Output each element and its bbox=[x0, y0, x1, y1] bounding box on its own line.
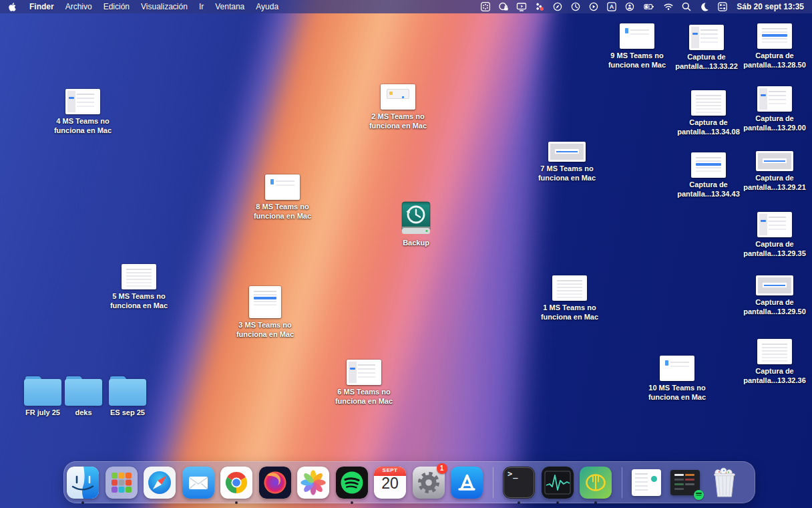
file-label: Captura de pantalla...13.29.35 bbox=[737, 240, 812, 258]
wifi-icon[interactable] bbox=[663, 1, 674, 12]
file-thumbnail bbox=[265, 174, 300, 200]
desktop-icon-captura-13-29-00[interactable]: Captura de pantalla...13.29.00 bbox=[738, 86, 811, 132]
file-label: 7 MS Teams no funciona en Mac bbox=[530, 164, 604, 182]
control-center-icon[interactable] bbox=[717, 1, 728, 12]
file-thumbnail bbox=[660, 356, 694, 381]
menu-archivo[interactable]: Archivo bbox=[65, 2, 92, 11]
menu-ir[interactable]: Ir bbox=[199, 2, 204, 11]
focus-moon-icon[interactable] bbox=[699, 1, 710, 12]
input-source-icon[interactable]: A bbox=[606, 1, 617, 12]
dock-network-tool-icon[interactable] bbox=[580, 467, 612, 499]
spotify-app-badge bbox=[694, 490, 704, 500]
dock-firefox-icon[interactable] bbox=[259, 467, 291, 499]
dock-chrome-icon[interactable] bbox=[220, 467, 252, 499]
play-icon[interactable] bbox=[588, 1, 599, 12]
dock-terminal-icon[interactable]: >_ bbox=[503, 467, 535, 499]
file-label: Captura de pantalla...13.29.00 bbox=[737, 114, 812, 132]
running-indicator bbox=[594, 501, 597, 504]
desktop-folder-es-sep-25[interactable]: ES sep 25 bbox=[97, 376, 158, 418]
desktop-icon-3-ms-teams[interactable]: 3 MS Teams no funciona en Mac bbox=[228, 286, 302, 339]
file-label: Captura de pantalla...13.33.22 bbox=[669, 53, 744, 71]
desktop-icon-captura-13-33-22[interactable]: Captura de pantalla...13.33.22 bbox=[670, 25, 743, 71]
file-label: Captura de pantalla...13.29.50 bbox=[737, 298, 812, 316]
notification-badge: 1 bbox=[437, 463, 447, 474]
file-thumbnail bbox=[756, 151, 793, 171]
file-label: 4 MS Teams no funciona en Mac bbox=[45, 117, 120, 135]
dock-app-store-icon[interactable] bbox=[451, 467, 483, 499]
desktop-icon-captura-13-29-35[interactable]: Captura de pantalla...13.29.35 bbox=[738, 212, 811, 258]
file-label: Captura de pantalla...13.32.36 bbox=[737, 367, 812, 385]
menu-visualizacion[interactable]: Visualización bbox=[141, 2, 188, 11]
compass-icon[interactable] bbox=[552, 1, 563, 12]
app-grid-icon[interactable] bbox=[480, 1, 491, 12]
desktop-icon-captura-13-28-50[interactable]: Captura de pantalla...13.28.50 bbox=[738, 23, 811, 70]
desktop-icon-backup-drive[interactable]: Backup bbox=[379, 201, 453, 248]
running-indicator bbox=[351, 501, 353, 504]
dock-launchpad-icon[interactable] bbox=[106, 467, 138, 499]
minimized-window-thumbnail bbox=[632, 469, 661, 496]
status-area: A bbox=[480, 1, 804, 12]
desktop-icon-8-ms-teams[interactable]: 8 MS Teams no funciona en Mac bbox=[246, 174, 319, 221]
dock-trash-icon[interactable] bbox=[708, 467, 741, 499]
desktop-icon-5-ms-teams[interactable]: 5 MS Teams no funciona en Mac bbox=[102, 264, 176, 310]
svg-text:A: A bbox=[610, 3, 614, 10]
file-thumbnail bbox=[381, 84, 415, 110]
dock: SEPT 20 1 > bbox=[63, 461, 755, 503]
desktop-icon-10-ms-teams[interactable]: 10 MS Teams no funciona en Mac bbox=[640, 356, 714, 402]
file-label: 8 MS Teams no funciona en Mac bbox=[245, 203, 320, 221]
dock-mail-icon[interactable] bbox=[182, 467, 214, 499]
dock-system-settings-icon[interactable]: 1 bbox=[413, 467, 445, 499]
calendar-day: 20 bbox=[374, 475, 406, 493]
dock-safari-icon[interactable] bbox=[144, 467, 176, 499]
dock-finder-icon[interactable] bbox=[67, 467, 99, 499]
display-mirroring-icon[interactable] bbox=[516, 1, 527, 12]
file-thumbnail bbox=[620, 23, 654, 49]
file-label: 3 MS Teams no funciona en Mac bbox=[228, 321, 302, 339]
dock-spotify-icon[interactable] bbox=[336, 467, 368, 499]
file-thumbnail bbox=[552, 275, 587, 301]
dock-photos-icon[interactable] bbox=[297, 467, 329, 499]
desktop-icon-1-ms-teams[interactable]: 1 MS Teams no funciona en Mac bbox=[533, 275, 606, 322]
desktop-icon-4-ms-teams[interactable]: 4 MS Teams no funciona en Mac bbox=[46, 89, 120, 135]
updates-alert-icon[interactable] bbox=[534, 1, 545, 12]
file-thumbnail bbox=[249, 286, 281, 318]
time-machine-drive-icon bbox=[397, 201, 435, 236]
battery-charging-icon[interactable] bbox=[642, 1, 656, 12]
menu-ventana[interactable]: Ventana bbox=[215, 2, 244, 11]
file-thumbnail bbox=[757, 23, 792, 49]
screen-time-user-icon[interactable] bbox=[624, 1, 635, 12]
desktop-icon-captura-13-32-36[interactable]: Captura de pantalla...13.32.36 bbox=[738, 339, 811, 385]
desktop-icon-captura-13-29-21[interactable]: Captura de pantalla...13.29.21 bbox=[738, 151, 811, 192]
menu-finder[interactable]: Finder bbox=[29, 2, 54, 11]
apple-menu[interactable] bbox=[8, 2, 17, 12]
dock-minimized-window-settings[interactable] bbox=[632, 467, 664, 499]
desktop-icon-captura-13-34-08[interactable]: Captura de pantalla...13.34.08 bbox=[672, 90, 745, 136]
desktop-icon-captura-13-29-50[interactable]: Captura de pantalla...13.29.50 bbox=[738, 275, 811, 316]
calendar-month: SEPT bbox=[374, 467, 406, 473]
dock-calendar-icon[interactable]: SEPT 20 bbox=[374, 467, 406, 499]
desktop-icon-captura-13-34-43[interactable]: Captura de pantalla...13.34.43 bbox=[672, 152, 745, 199]
file-label: 6 MS Teams no funciona en Mac bbox=[327, 388, 401, 406]
menu-edicion[interactable]: Edición bbox=[104, 2, 130, 11]
menu-ayuda[interactable]: Ayuda bbox=[256, 2, 278, 11]
privacy-lock-icon[interactable] bbox=[498, 1, 509, 12]
menu-clock[interactable]: Sáb 20 sept 13:35 bbox=[737, 2, 804, 11]
folder-label: ES sep 25 bbox=[97, 408, 158, 418]
file-thumbnail bbox=[122, 264, 156, 289]
file-thumbnail bbox=[65, 89, 100, 114]
file-label: Captura de pantalla...13.28.50 bbox=[737, 51, 812, 70]
desktop-icon-7-ms-teams[interactable]: 7 MS Teams no funciona en Mac bbox=[530, 142, 604, 182]
desktop-icon-6-ms-teams[interactable]: 6 MS Teams no funciona en Mac bbox=[327, 360, 401, 406]
time-machine-icon[interactable] bbox=[570, 1, 581, 12]
desktop-icon-9-ms-teams[interactable]: 9 MS Teams no funciona en Mac bbox=[600, 23, 674, 70]
running-indicator bbox=[556, 501, 559, 504]
dock-activity-monitor-icon[interactable] bbox=[542, 467, 574, 499]
file-label: 9 MS Teams no funciona en Mac bbox=[600, 51, 674, 70]
file-thumbnail bbox=[757, 212, 792, 237]
running-indicator bbox=[518, 501, 520, 504]
file-label: Captura de pantalla...13.34.08 bbox=[671, 118, 746, 136]
spotlight-search-icon[interactable] bbox=[681, 1, 692, 12]
desktop[interactable]: Finder Archivo Edición Visualización Ir … bbox=[0, 0, 812, 508]
desktop-icon-2-ms-teams[interactable]: 2 MS Teams no funciona en Mac bbox=[361, 84, 435, 130]
dock-minimized-window-spotify[interactable] bbox=[670, 467, 702, 499]
